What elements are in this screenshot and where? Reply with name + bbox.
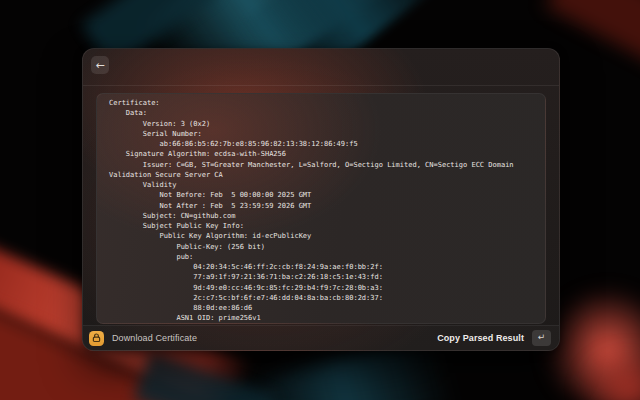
certificate-panel[interactable]: Certificate: Data: Version: 3 (0x2) Seri…	[96, 93, 546, 324]
download-certificate-label: Download Certificate	[112, 333, 197, 343]
back-button[interactable]: ←	[91, 56, 109, 74]
wallpaper-red-glow	[582, 352, 640, 400]
return-key-icon: ↵	[532, 330, 551, 346]
action-bar: Download Certificate Copy Parsed Result …	[83, 325, 559, 350]
copy-parsed-result-action[interactable]: Copy Parsed Result ↵	[437, 330, 551, 346]
screen: ← Certificate: Data: Version: 3 (0x2) Se…	[0, 0, 640, 400]
certificate-viewer-window: ← Certificate: Data: Version: 3 (0x2) Se…	[82, 48, 560, 351]
download-certificate-action[interactable]: Download Certificate	[89, 331, 197, 346]
window-header: ←	[83, 49, 559, 86]
certificate-text: Certificate: Data: Version: 3 (0x2) Seri…	[97, 94, 545, 324]
lock-icon	[89, 331, 104, 346]
copy-parsed-result-label: Copy Parsed Result	[437, 333, 524, 343]
